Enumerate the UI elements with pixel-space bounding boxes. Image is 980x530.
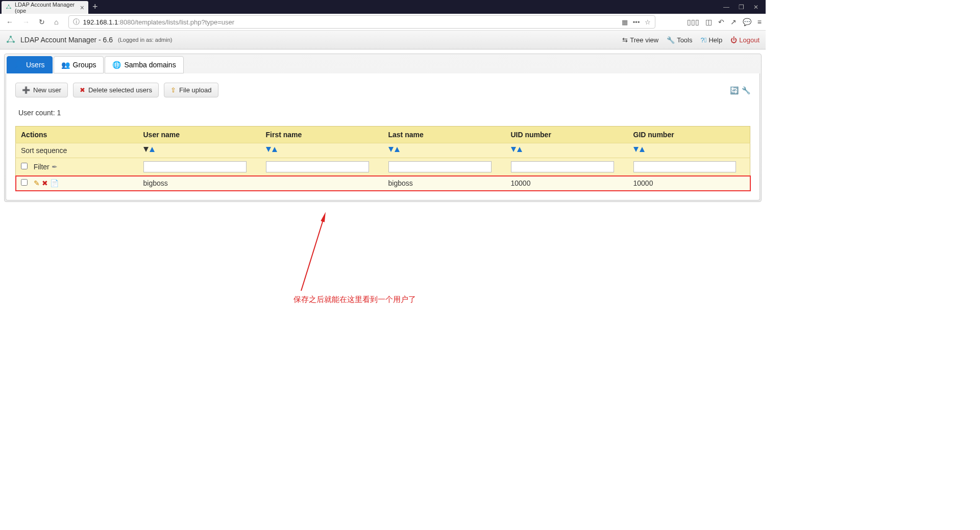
annotation-text: 保存之后就能在这里看到一个用户了 [293, 295, 416, 305]
tab-users[interactable]: 👤 Users [7, 56, 53, 73]
row-checkbox[interactable] [21, 179, 28, 186]
filter-uid[interactable] [511, 161, 614, 172]
undo-icon[interactable]: ↶ [718, 18, 724, 26]
chat-icon[interactable]: 💬 [743, 18, 751, 26]
tab-close-icon[interactable]: × [80, 4, 84, 12]
help-icon: ?⃝ [701, 36, 707, 44]
tab-groups-label: Groups [73, 61, 96, 69]
file-upload-button[interactable]: ⇧ File upload [164, 83, 218, 97]
table-header-row: Actions User name First name Last name U… [16, 127, 750, 143]
maximize-icon[interactable]: ❐ [739, 4, 744, 11]
action-bar: ➕ New user ✖ Delete selected users ⇧ Fil… [15, 83, 750, 97]
window-controls: — ❐ ✕ [723, 4, 766, 11]
tab-users-label: Users [26, 61, 45, 69]
th-lastname[interactable]: Last name [383, 127, 506, 143]
edit-icon[interactable]: ✎ [34, 179, 40, 187]
svg-marker-11 [395, 147, 400, 152]
svg-marker-10 [388, 147, 394, 152]
header-menu: ⇆Tree view 🔧Tools ?⃝Help ⏻Logout [622, 36, 760, 44]
app-logo-icon [6, 35, 15, 44]
th-username[interactable]: User name [138, 127, 261, 143]
new-user-button[interactable]: ➕ New user [15, 83, 68, 97]
cell-firstname [261, 176, 383, 191]
svg-line-17 [301, 217, 324, 291]
cell-uid: 10000 [506, 176, 628, 191]
browser-tab[interactable]: LDAP Account Manager (ope × [2, 1, 88, 14]
browser-nav-bar: ← → ↻ ⌂ ⓘ 192.168.1.1:8080/templates/lis… [0, 14, 766, 31]
logout-link[interactable]: ⏻Logout [730, 36, 760, 44]
tab-content: ➕ New user ✖ Delete selected users ⇧ Fil… [6, 73, 760, 200]
delete-selected-button[interactable]: ✖ Delete selected users [73, 83, 159, 97]
sort-username[interactable] [143, 147, 155, 153]
select-all-checkbox[interactable] [21, 163, 28, 169]
delete-selected-label: Delete selected users [88, 86, 152, 94]
browser-tab-bar: LDAP Account Manager (ope × + — ❐ ✕ [0, 0, 766, 14]
th-uid[interactable]: UID number [506, 127, 628, 143]
more-icon[interactable]: ••• [633, 18, 640, 26]
treeview-icon: ⇆ [622, 36, 628, 44]
site-info-icon[interactable]: ⓘ [73, 17, 80, 27]
logout-icon: ⏻ [730, 36, 737, 44]
sidebar-icon[interactable]: ◫ [705, 18, 712, 26]
filter-firstname[interactable] [266, 161, 369, 172]
table-row[interactable]: ✎ ✖ 📄 bigboss bigboss 10000 10000 [16, 176, 750, 191]
treeview-link[interactable]: ⇆Tree view [622, 36, 658, 44]
menu-icon[interactable]: ≡ [757, 18, 762, 26]
home-button[interactable]: ⌂ [52, 17, 60, 27]
app-title: LDAP Account Manager - 6.6 [20, 36, 113, 44]
new-user-label: New user [33, 86, 61, 94]
filter-username[interactable] [143, 161, 247, 172]
cell-lastname: bigboss [383, 176, 506, 191]
pdf-icon[interactable]: 📄 [50, 179, 59, 187]
minimize-icon[interactable]: — [723, 4, 729, 11]
reload-button[interactable]: ↻ [37, 17, 47, 27]
plus-icon: ➕ [22, 86, 30, 94]
svg-marker-8 [266, 147, 271, 152]
user-icon: 👤 [14, 61, 23, 69]
main-area: 👤 Users 👥 Groups 🌐 Samba domains ➕ New u… [0, 49, 766, 206]
back-button[interactable]: ← [4, 17, 15, 27]
forward-button[interactable]: → [20, 17, 32, 27]
library-icon[interactable]: ▯▯▯ [687, 18, 699, 26]
bookmark-icon[interactable]: ☆ [645, 18, 651, 26]
svg-marker-7 [150, 147, 155, 152]
upload-icon: ⇧ [170, 86, 176, 94]
svg-marker-13 [517, 147, 522, 152]
qr-icon[interactable]: ▦ [622, 18, 628, 26]
url-bar[interactable]: ⓘ 192.168.1.1:8080/templates/lists/list.… [68, 15, 655, 29]
svg-marker-12 [511, 147, 516, 152]
tab-groups[interactable]: 👥 Groups [54, 56, 104, 73]
tab-samba[interactable]: 🌐 Samba domains [105, 56, 183, 73]
delete-row-icon[interactable]: ✖ [42, 179, 48, 187]
browser-right-tools: ▯▯▯ ◫ ↶ ↗ 💬 ≡ [687, 18, 762, 26]
sort-label: Sort sequence [16, 143, 138, 158]
row-actions: ✎ ✖ 📄 [34, 179, 59, 187]
th-actions: Actions [16, 127, 138, 143]
list-container: 👤 Users 👥 Groups 🌐 Samba domains ➕ New u… [4, 54, 762, 202]
filter-lastname[interactable] [388, 161, 492, 172]
svg-marker-15 [640, 147, 645, 152]
new-tab-button[interactable]: + [92, 2, 98, 12]
th-firstname[interactable]: First name [261, 127, 383, 143]
settings-wrench-icon[interactable]: 🔧 [742, 86, 750, 94]
help-link[interactable]: ?⃝Help [701, 36, 723, 44]
url-actions: ▦ ••• ☆ [622, 18, 651, 26]
tools-link[interactable]: 🔧Tools [667, 36, 692, 44]
sort-firstname[interactable] [266, 147, 277, 153]
close-window-icon[interactable]: ✕ [753, 4, 758, 11]
file-upload-label: File upload [179, 86, 212, 94]
list-tabs: 👤 Users 👥 Groups 🌐 Samba domains [6, 55, 760, 73]
th-gid[interactable]: GID number [628, 127, 750, 143]
share-icon[interactable]: ↗ [730, 18, 737, 26]
svg-marker-9 [272, 147, 277, 152]
filter-icon[interactable]: ✒ [52, 163, 58, 171]
sort-gid[interactable] [633, 147, 645, 153]
cell-gid: 10000 [628, 176, 750, 191]
filter-gid[interactable] [633, 161, 736, 172]
tools-icon: 🔧 [667, 36, 675, 44]
sort-uid[interactable] [511, 147, 522, 153]
refresh-icon[interactable]: 🔄 [730, 86, 739, 94]
filter-label: Filter [34, 163, 50, 171]
sort-lastname[interactable] [388, 147, 400, 153]
globe-icon: 🌐 [112, 61, 121, 69]
